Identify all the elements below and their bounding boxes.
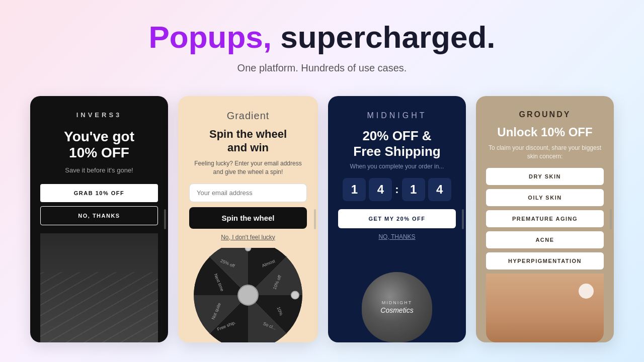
grab-discount-button[interactable]: GRAB 10% OFF	[40, 184, 158, 202]
groundy-subtitle: To claim your discount, share your bigge…	[486, 144, 604, 161]
countdown-hours-ones: 4	[369, 178, 392, 201]
no-lucky-link[interactable]: No, I don't feel lucky	[221, 234, 275, 241]
card-inverse: INVERS3 You've got10% OFF Save it before…	[30, 96, 168, 342]
email-input[interactable]	[189, 184, 307, 202]
gradient-subtitle: Feeling lucky? Enter your email address …	[189, 159, 307, 176]
hero-subtitle: One platform. Hundreds of use cases.	[237, 62, 407, 74]
svg-point-19	[246, 248, 251, 251]
scrollbar-dot-1	[164, 209, 166, 229]
groundy-image-area	[486, 274, 604, 343]
option-hyperpigmentation[interactable]: HYPERPIGMENTATION	[486, 252, 604, 269]
groundy-logo: GROUNDY	[519, 110, 571, 119]
palm-leaf-decoration	[40, 272, 158, 342]
jar-product-name: Cosmetics	[380, 306, 413, 314]
person-face-image	[486, 274, 604, 343]
cosmetics-jar: MIDNIGHT Cosmetics	[362, 272, 432, 342]
option-oily-skin[interactable]: OILY SKIN	[486, 189, 604, 206]
card-midnight: MIDNIGHT 20% OFF &Free Shipping When you…	[328, 96, 466, 342]
jar-brand-label: MIDNIGHT	[382, 300, 413, 306]
option-dry-skin[interactable]: DRY SKIN	[486, 168, 604, 185]
scrollbar-dot-2	[314, 209, 316, 229]
hero-title: Popups, supercharged.	[148, 20, 495, 54]
option-premature-aging[interactable]: PREMATURE AGING	[486, 210, 604, 227]
inverse-title: You've got10% OFF	[64, 129, 134, 161]
card-gradient: Gradient Spin the wheeland win Feeling l…	[178, 96, 318, 342]
svg-point-17	[238, 285, 258, 305]
groundy-title: Unlock 10% OFF	[497, 125, 592, 140]
scrollbar-dot-4	[610, 209, 612, 229]
midnight-logo: MIDNIGHT	[367, 111, 427, 120]
svg-point-18	[291, 291, 299, 299]
countdown-mins-tens: 1	[402, 178, 425, 201]
spin-wheel-button[interactable]: Spin the wheel	[189, 207, 307, 229]
gradient-logo: Gradient	[227, 110, 270, 122]
option-acne[interactable]: ACNE	[486, 231, 604, 248]
hero-title-supercharged: supercharged.	[280, 20, 495, 54]
countdown-separator: :	[395, 183, 398, 196]
hero-title-popups: Popups,	[148, 20, 272, 54]
inverse-subtitle: Save it before it's gone!	[65, 166, 133, 174]
countdown-hours-tens: 1	[343, 178, 366, 201]
card-groundy: GROUNDY Unlock 10% OFF To claim your dis…	[476, 96, 614, 342]
countdown-mins-ones: 4	[428, 178, 451, 201]
scrollbar-dot-3	[462, 209, 464, 229]
cards-row: INVERS3 You've got10% OFF Save it before…	[30, 96, 614, 342]
wheel-area: 10% off Almost 25% off Next time Not qui…	[189, 248, 307, 343]
midnight-product-area: MIDNIGHT Cosmetics	[338, 247, 456, 343]
gradient-title: Spin the wheeland win	[209, 128, 287, 154]
no-thanks-button-inverse[interactable]: NO, THANKS	[40, 206, 158, 225]
countdown-timer: 1 4 : 1 4	[343, 178, 451, 201]
spin-wheel[interactable]: 10% off Almost 25% off Next time Not qui…	[193, 248, 303, 343]
midnight-title: 20% OFF &Free Shipping	[353, 128, 440, 159]
inverse-image-area	[40, 233, 158, 343]
no-thanks-link-midnight[interactable]: NO, THANKS	[378, 233, 415, 240]
inverse-logo: INVERS3	[76, 111, 122, 119]
midnight-subtitle: When you complete your order in...	[350, 163, 444, 170]
cream-spot	[579, 284, 594, 299]
get-discount-button[interactable]: GET MY 20% OFF	[338, 209, 456, 228]
